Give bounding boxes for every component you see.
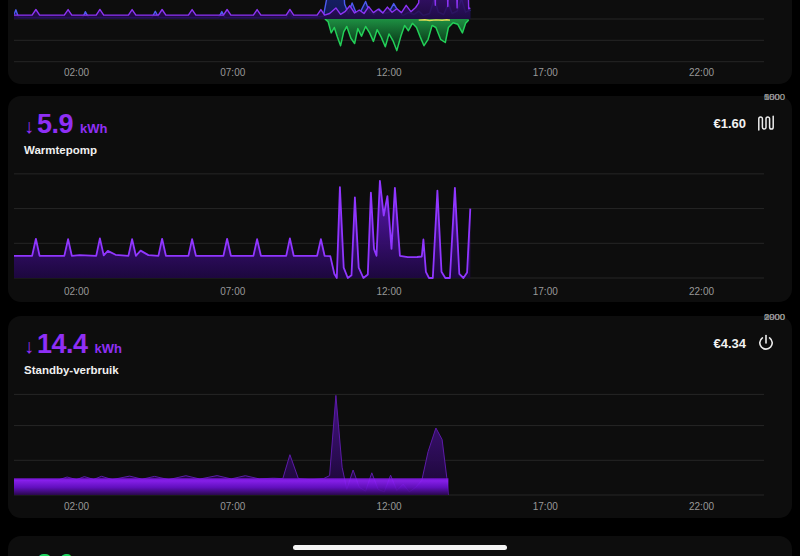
x-axis-labels: 02:0007:0012:0017:0022:00 xyxy=(14,501,764,514)
energy-unit: kWh xyxy=(95,341,122,356)
energy-unit: kWh xyxy=(80,121,107,136)
x-tick-label: 12:00 xyxy=(376,67,401,78)
y-tick-label: 0 xyxy=(764,91,769,102)
x-tick-label: 22:00 xyxy=(689,286,714,297)
x-tick-label: 02:00 xyxy=(64,286,89,297)
x-tick-label: 17:00 xyxy=(533,286,558,297)
card-standby-verbruik[interactable]: ↓ 14.4 kWh Standby-verbruik €4.34 02:000… xyxy=(8,316,792,518)
cost-value: €1.60 xyxy=(713,116,746,131)
x-tick-label: 02:00 xyxy=(64,501,89,512)
energy-dashboard: 02:0007:0012:0017:0022:00 10000-1000-200… xyxy=(0,0,800,556)
x-tick-label: 07:00 xyxy=(220,286,245,297)
x-axis-labels: 02:0007:0012:0017:0022:00 xyxy=(14,67,764,80)
warmtepomp-chart[interactable] xyxy=(14,166,764,282)
card-header: ↓ 14.4 kWh Standby-verbruik xyxy=(24,329,122,376)
x-tick-label: 12:00 xyxy=(376,501,401,512)
energy-overview-chart[interactable] xyxy=(14,0,764,64)
cost-row: €4.34 xyxy=(713,333,776,353)
down-arrow-icon: ↓ xyxy=(24,115,34,138)
x-tick-label: 02:00 xyxy=(64,67,89,78)
card-energy-overview[interactable]: 02:0007:0012:0017:0022:00 10000-1000-200… xyxy=(8,0,792,84)
x-tick-label: 17:00 xyxy=(533,67,558,78)
cost-row: €1.60 xyxy=(713,113,776,133)
energy-value: 8.6 xyxy=(37,549,73,556)
card-header: ↑ 8.6 kWh xyxy=(24,549,108,556)
card-warmtepomp[interactable]: ↓ 5.9 kWh Warmtepomp €1.60 02:0007:0012:… xyxy=(8,96,792,302)
x-tick-label: 07:00 xyxy=(220,501,245,512)
card-title: Standby-verbruik xyxy=(24,364,122,376)
card-title: Warmtepomp xyxy=(24,144,108,156)
power-icon xyxy=(756,333,776,353)
x-tick-label: 12:00 xyxy=(376,286,401,297)
cost-value: €4.34 xyxy=(713,336,746,351)
x-tick-label: 07:00 xyxy=(220,67,245,78)
energy-value: 14.4 xyxy=(37,329,88,360)
x-tick-label: 22:00 xyxy=(689,501,714,512)
radiator-icon xyxy=(756,113,776,133)
x-tick-label: 17:00 xyxy=(533,501,558,512)
y-tick-label: 0 xyxy=(764,311,769,322)
home-indicator[interactable] xyxy=(293,545,507,550)
x-tick-label: 22:00 xyxy=(689,67,714,78)
energy-value: 5.9 xyxy=(37,109,73,140)
x-axis-labels: 02:0007:0012:0017:0022:00 xyxy=(14,286,764,299)
standby-chart[interactable] xyxy=(14,380,764,500)
down-arrow-icon: ↓ xyxy=(24,335,34,358)
card-header: ↓ 5.9 kWh Warmtepomp xyxy=(24,109,108,156)
